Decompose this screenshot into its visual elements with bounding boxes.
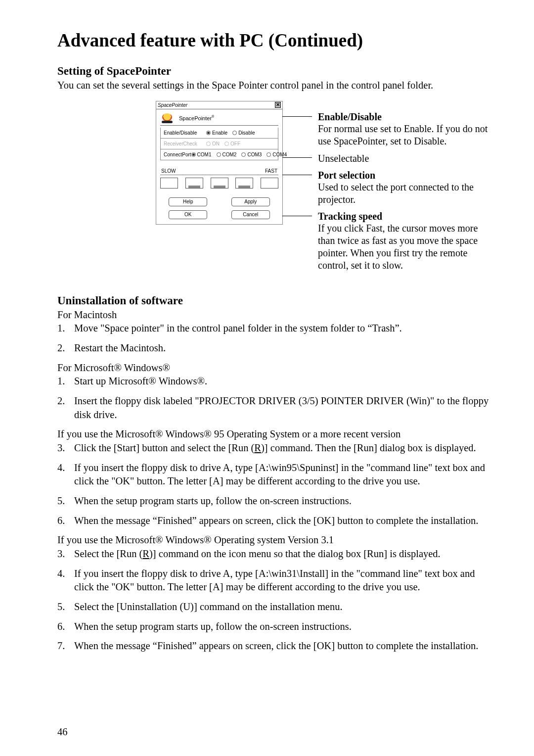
brand-logo-icon [160,112,174,124]
callout-speed-body: If you click Fast, the cursor moves more… [318,222,490,272]
win31-step6: When the setup program starts up, follow… [74,620,490,634]
section-title-spacepointer: Setting of SpacePointer [57,65,490,78]
win31-step4-num: 4. [57,567,74,594]
win95-step6-num: 6. [57,514,74,528]
win95-step6: When the message “Finished” appears on s… [74,514,490,528]
win31-step4: If you insert the floppy disk to drive A… [74,567,490,594]
callout-port-title: Port selection [318,170,490,181]
page-number: 46 [57,725,68,739]
callout-enable-title: Enable/Disable [318,111,490,123]
radio-receiver-on: ON [206,141,220,146]
radio-enable[interactable]: Enable [206,130,227,136]
dialog-title-bar: SpacePointer ✕ [156,101,282,109]
win31-step7: When the message “Finished” appears on s… [74,639,490,653]
label-connect-port: ConnectPort [164,152,191,157]
win95-header: If you use the Microsoft® Windows® 95 Op… [57,427,490,441]
callout-port-body: Used to select the port connected to the… [318,181,490,206]
radio-com4[interactable]: COM4 [267,152,287,157]
dialog-brand: SpacePointer® [160,112,278,126]
win95-step3: Click the [Start] button and select the … [74,441,490,455]
win95-step4-num: 4. [57,461,74,488]
mac-step2-num: 2. [57,341,74,355]
win31-step7-num: 7. [57,639,74,653]
win-step2: Insert the floppy disk labeled "PROJECTO… [74,394,490,422]
dialog-callouts: Enable/Disable For normal use set to Ena… [318,101,490,277]
dialog-title: SpacePointer [158,102,187,108]
speed-step-3[interactable] [211,178,228,189]
page-title: Advanced feature with PC (Continued) [57,30,490,51]
callout-enable-body: For normal use set to Enable. If you do … [318,123,490,147]
speed-label-slow: SLOW [161,168,176,174]
speed-label-fast: FAST [265,168,277,174]
ok-button[interactable]: OK [169,210,207,219]
speed-step-4[interactable] [235,178,253,189]
win31-step6-num: 6. [57,620,74,634]
spacepointer-dialog: SpacePointer ✕ SpacePointer® Enable/Disa… [156,101,282,224]
row-connect-port: ConnectPort COM1 COM2 COM3 COM4 [160,149,278,160]
radio-com2[interactable]: COM2 [217,152,237,157]
win95-step3-num: 3. [57,441,74,455]
close-icon[interactable]: ✕ [275,102,281,108]
mac-step1-num: 1. [57,322,74,335]
speed-step-2[interactable] [185,178,203,189]
mac-step1: Move "Space pointer" in the control pane… [74,322,490,335]
radio-disable[interactable]: Disable [232,130,255,136]
help-button[interactable]: Help [169,197,207,206]
win-step2-num: 2. [57,394,74,422]
label-receiver-check: ReceiverCheck [164,141,206,146]
tracking-speed: SLOW FAST [160,168,278,189]
mac-step2: Restart the Macintosh. [74,341,490,355]
win95-step5-num: 5. [57,494,74,508]
brand-name: SpacePointer® [179,115,214,121]
speed-step-5[interactable] [261,178,278,189]
win31-step3: Select the [Run (R)] command on the icon… [74,547,490,561]
radio-com3[interactable]: COM3 [241,152,262,157]
callout-unselectable: Unselectable [318,152,490,165]
mac-header: For Macintosh [57,308,490,322]
win31-header: If you use the Microsoft® Windows® Opera… [57,533,490,547]
win31-step5: Select the [Uninstallation (U)] command … [74,600,490,614]
win95-step5: When the setup program starts up, follow… [74,494,490,508]
win-step1: Start up Microsoft® Windows®. [74,375,490,388]
win31-step5-num: 5. [57,600,74,614]
win95-step4: If you insert the floppy disk to drive A… [74,461,490,488]
callout-speed-title: Tracking speed [318,211,490,222]
radio-receiver-off: OFF [224,141,240,146]
section-title-uninstall: Uninstallation of software [57,294,490,307]
spacepointer-desc: You can set the several settings in the … [57,79,490,93]
apply-button[interactable]: Apply [231,197,270,206]
speed-step-1[interactable] [160,178,178,189]
win31-step3-num: 3. [57,547,74,561]
row-enable-disable: Enable/Disable Enable Disable [160,128,278,139]
row-receiver-check: ReceiverCheck ON OFF [160,139,278,149]
label-enable-disable: Enable/Disable [164,130,206,136]
win-step1-num: 1. [57,375,74,388]
radio-com1[interactable]: COM1 [191,152,212,157]
win-header: For Microsoft® Windows® [57,361,490,375]
cancel-button[interactable]: Cancel [231,210,270,219]
